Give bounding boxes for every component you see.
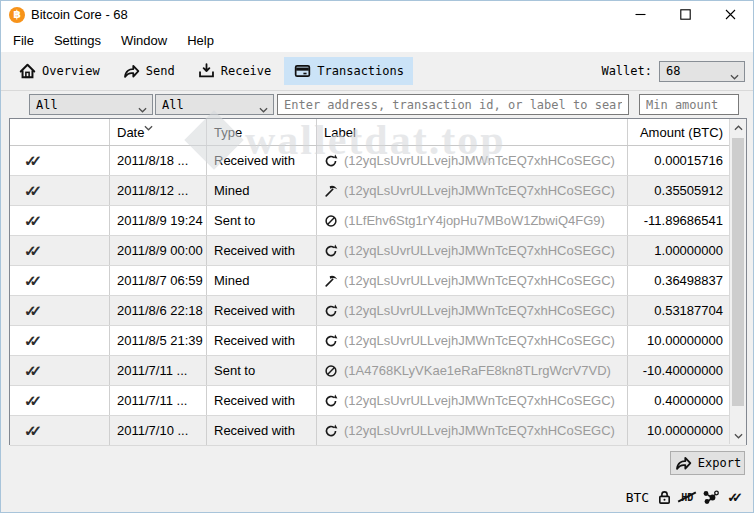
column-header-type[interactable]: Type xyxy=(207,119,317,145)
confirmed-check-icon: ✓✓ xyxy=(17,272,35,290)
label-cell: (12yqLsUvrULLvejhJMWnTcEQ7xhHCoSEGC) xyxy=(317,176,628,205)
confirmed-check-icon: ✓✓ xyxy=(17,392,35,410)
address-label: (1A4768KLyVKae1eRaFE8kn8TLrgWcrV7VD) xyxy=(344,363,611,378)
status-cell: ✓✓ xyxy=(10,266,110,295)
tab-transactions-label: Transactions xyxy=(317,64,404,78)
table-row[interactable]: ✓✓ 2011/8/5 21:39 Received with (12yqLsU… xyxy=(10,326,746,356)
scroll-up-icon[interactable] xyxy=(730,119,746,136)
date-cell: 2011/8/18 ... xyxy=(110,146,207,175)
network-peers-icon[interactable] xyxy=(702,489,719,505)
chevron-down-icon xyxy=(259,102,268,116)
vertical-scrollbar[interactable] xyxy=(729,119,746,444)
type-cell: Received with xyxy=(207,386,317,415)
transactions-card-icon xyxy=(293,62,312,80)
status-cell: ✓✓ xyxy=(10,386,110,415)
maximize-icon xyxy=(680,9,691,20)
minimize-icon xyxy=(635,9,646,20)
export-arrow-icon xyxy=(674,454,693,472)
amount-cell: 0.35505912 xyxy=(628,176,730,205)
table-row[interactable]: ✓✓ 2011/7/11 ... Received with (12yqLsUv… xyxy=(10,386,746,416)
menu-settings[interactable]: Settings xyxy=(44,30,111,51)
address-label: (12yqLsUvrULLvejhJMWnTcEQ7xhHCoSEGC) xyxy=(344,153,615,168)
table-row[interactable]: ✓✓ 2011/7/11 ... Sent to (1A4768KLyVKae1… xyxy=(10,356,746,386)
column-header-date[interactable]: Date xyxy=(110,119,207,145)
received-icon xyxy=(324,304,338,318)
chevron-down-icon xyxy=(138,102,147,116)
tab-receive[interactable]: Receive xyxy=(188,57,281,85)
tab-send[interactable]: Send xyxy=(113,57,184,85)
table-row[interactable]: ✓✓ 2011/8/7 06:59 Mined (12yqLsUvrULLvej… xyxy=(10,266,746,296)
export-button[interactable]: Export xyxy=(670,451,745,475)
date-cell: 2011/8/7 06:59 xyxy=(110,266,207,295)
window-title: Bitcoin Core - 68 xyxy=(31,7,128,22)
tab-overview-label: Overview xyxy=(42,64,100,78)
type-cell: Received with xyxy=(207,236,317,265)
label-cell: (12yqLsUvrULLvejhJMWnTcEQ7xhHCoSEGC) xyxy=(317,416,628,445)
date-cell: 2011/7/11 ... xyxy=(110,356,207,385)
address-label: (1LfEhv6Stg1rY4jopHu7MBoW1ZbwiQ4FG9) xyxy=(344,213,605,228)
address-label: (12yqLsUvrULLvejhJMWnTcEQ7xhHCoSEGC) xyxy=(344,333,615,348)
table-row[interactable]: ✓✓ 2011/8/9 00:00 Received with (12yqLsU… xyxy=(10,236,746,266)
amount-cell: 0.36498837 xyxy=(628,266,730,295)
received-icon xyxy=(324,424,338,438)
mined-icon xyxy=(324,274,338,288)
table-row[interactable]: ✓✓ 2011/7/10 ... Received with (12yqLsUv… xyxy=(10,416,746,446)
address-label: (12yqLsUvrULLvejhJMWnTcEQ7xhHCoSEGC) xyxy=(344,183,615,198)
status-cell: ✓✓ xyxy=(10,416,110,445)
sort-descending-icon xyxy=(144,119,153,134)
search-input[interactable] xyxy=(277,94,629,115)
address-label: (12yqLsUvrULLvejhJMWnTcEQ7xhHCoSEGC) xyxy=(344,423,615,438)
scroll-down-icon[interactable] xyxy=(730,427,746,444)
table-row[interactable]: ✓✓ 2011/8/18 ... Received with (12yqLsUv… xyxy=(10,146,746,176)
close-button[interactable] xyxy=(708,1,753,28)
tab-send-label: Send xyxy=(146,64,175,78)
received-icon xyxy=(324,154,338,168)
menu-window[interactable]: Window xyxy=(111,30,177,51)
type-cell: Mined xyxy=(207,176,317,205)
tab-overview[interactable]: Overview xyxy=(9,57,109,85)
bitcoin-core-window: ฿ Bitcoin Core - 68 File Settings Window… xyxy=(0,0,754,513)
confirmed-check-icon: ✓✓ xyxy=(17,242,35,260)
wallet-label: Wallet: xyxy=(601,64,652,78)
wallet-lock-icon xyxy=(657,490,672,505)
type-cell: Received with xyxy=(207,326,317,355)
label-cell: (12yqLsUvrULLvejhJMWnTcEQ7xhHCoSEGC) xyxy=(317,386,628,415)
column-header-amount[interactable]: Amount (BTC) xyxy=(628,119,730,145)
label-cell: (12yqLsUvrULLvejhJMWnTcEQ7xhHCoSEGC) xyxy=(317,236,628,265)
amount-cell: -10.40000000 xyxy=(628,356,730,385)
unit-display[interactable]: BTC xyxy=(626,490,649,505)
date-cell: 2011/8/6 22:18 xyxy=(110,296,207,325)
wallet-select[interactable]: 68 xyxy=(659,61,745,82)
filter-bar: All All xyxy=(1,94,753,115)
export-button-label: Export xyxy=(698,456,741,470)
type-filter-select[interactable]: All xyxy=(155,94,274,115)
tab-receive-label: Receive xyxy=(221,64,272,78)
type-cell: Received with xyxy=(207,146,317,175)
confirmed-check-icon: ✓✓ xyxy=(17,302,35,320)
scrollbar-thumb[interactable] xyxy=(732,138,744,406)
status-cell: ✓✓ xyxy=(10,296,110,325)
sync-complete-icon: ✓✓ xyxy=(727,490,743,505)
minimize-button[interactable] xyxy=(618,1,663,28)
menu-help[interactable]: Help xyxy=(177,30,224,51)
label-cell: (12yqLsUvrULLvejhJMWnTcEQ7xhHCoSEGC) xyxy=(317,266,628,295)
table-row[interactable]: ✓✓ 2011/8/9 19:24 Sent to (1LfEhv6Stg1rY… xyxy=(10,206,746,236)
maximize-button[interactable] xyxy=(663,1,708,28)
sent-icon xyxy=(324,364,338,378)
label-cell: (12yqLsUvrULLvejhJMWnTcEQ7xhHCoSEGC) xyxy=(317,146,628,175)
table-row[interactable]: ✓✓ 2011/8/6 22:18 Received with (12yqLsU… xyxy=(10,296,746,326)
received-icon xyxy=(324,244,338,258)
column-header-status[interactable] xyxy=(10,119,110,145)
table-row[interactable]: ✓✓ 2011/8/12 ... Mined (12yqLsUvrULLvejh… xyxy=(10,176,746,206)
amount-cell: 0.53187704 xyxy=(628,296,730,325)
date-cell: 2011/7/11 ... xyxy=(110,386,207,415)
bitcoin-logo-icon: ฿ xyxy=(9,7,25,23)
chevron-down-icon xyxy=(730,69,739,83)
min-amount-input[interactable] xyxy=(639,94,739,115)
column-header-label[interactable]: Label xyxy=(317,119,628,145)
date-filter-select[interactable]: All xyxy=(29,94,153,115)
menu-file[interactable]: File xyxy=(3,30,44,51)
type-cell: Mined xyxy=(207,266,317,295)
tab-transactions[interactable]: Transactions xyxy=(284,57,413,85)
label-cell: (1LfEhv6Stg1rY4jopHu7MBoW1ZbwiQ4FG9) xyxy=(317,206,628,235)
